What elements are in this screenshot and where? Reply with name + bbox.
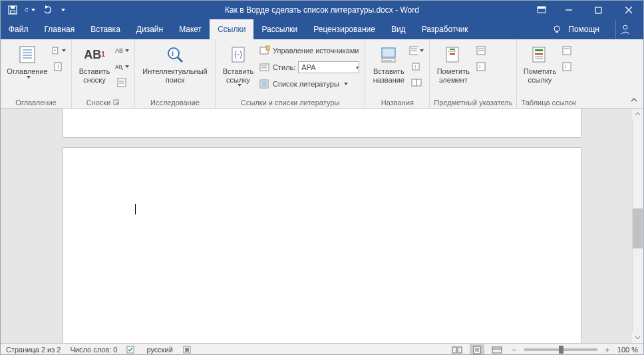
zoom-slider-thumb[interactable]	[559, 346, 564, 354]
bibliography-label: Список литературы	[273, 80, 339, 88]
cross-reference-icon[interactable]	[409, 75, 424, 90]
collapse-ribbon-icon[interactable]	[630, 96, 639, 105]
quick-access-toolbar	[1, 5, 65, 15]
svg-text:!: !	[414, 64, 416, 70]
svg-rect-35	[260, 64, 269, 71]
scroll-thumb[interactable]	[633, 208, 643, 248]
tab-view[interactable]: Вид	[383, 19, 414, 39]
vertical-scrollbar[interactable]	[632, 109, 643, 343]
tell-me-label[interactable]: Помощн	[568, 25, 599, 34]
ribbon: Оглавление + ! Оглавление AB1 Вставить с…	[1, 39, 643, 109]
account-icon[interactable]	[615, 20, 634, 39]
tab-mailings[interactable]: Рассылки	[253, 19, 305, 39]
svg-rect-12	[20, 47, 35, 63]
tab-review[interactable]: Рецензирование	[305, 19, 383, 39]
insert-endnote-icon[interactable]: AB1	[114, 43, 129, 58]
mark-entry-label: Пометить элемент	[437, 67, 470, 84]
redo-icon[interactable]	[42, 5, 53, 15]
language-indicator[interactable]: русский	[146, 346, 172, 354]
svg-rect-79	[492, 347, 502, 353]
bulb-icon	[552, 25, 562, 34]
caption-icon	[379, 43, 399, 66]
scroll-up-icon[interactable]	[632, 109, 643, 120]
macro-icon[interactable]	[182, 345, 192, 354]
footnote-icon: AB1	[84, 43, 105, 66]
manage-sources-label: Управление источниками	[273, 47, 359, 55]
page-2[interactable]	[63, 147, 581, 343]
minimize-icon[interactable]	[554, 1, 583, 19]
tab-home[interactable]: Главная	[37, 19, 83, 39]
group-toc: Оглавление + ! Оглавление	[1, 39, 72, 108]
style-value: APA	[301, 63, 315, 71]
undo-icon[interactable]	[25, 5, 35, 15]
web-layout-icon[interactable]	[490, 344, 504, 356]
tab-references[interactable]: Ссылки	[210, 19, 253, 39]
add-text-icon[interactable]: +	[51, 43, 66, 58]
svg-text:(-): (-)	[234, 49, 242, 59]
status-bar: Страница 2 из 2 Число слов: 0 русский − …	[1, 343, 643, 355]
tab-layout[interactable]: Макет	[171, 19, 210, 39]
read-mode-icon[interactable]	[450, 344, 464, 356]
window-title: Как в Ворде сделать список литературы.do…	[225, 5, 419, 15]
insert-footnote-button[interactable]: AB1 Вставить сноску	[76, 42, 113, 85]
ribbon-options-icon[interactable]	[530, 1, 554, 19]
qat-customize-icon[interactable]	[59, 5, 65, 15]
mark-entry-button[interactable]: Пометить элемент	[434, 42, 472, 85]
group-footnotes: AB1 Вставить сноску AB1 AB Сноски	[72, 39, 135, 108]
insert-caption-button[interactable]: Вставить название	[369, 42, 408, 85]
update-index-icon[interactable]: !	[474, 59, 488, 74]
svg-rect-55	[450, 53, 455, 55]
footnotes-launcher-icon[interactable]	[113, 99, 120, 106]
scroll-down-icon[interactable]	[632, 332, 643, 343]
tab-developer[interactable]: Разработчик	[414, 19, 476, 39]
spellcheck-icon[interactable]	[126, 345, 137, 354]
zoom-level[interactable]: 100 %	[617, 346, 638, 354]
page-1-tail[interactable]	[63, 109, 581, 138]
window-controls	[530, 1, 643, 19]
tab-file[interactable]: Файл	[1, 19, 37, 39]
maximize-icon[interactable]	[583, 1, 613, 19]
group-research: i Интеллектуальный поиск Исследование	[135, 39, 216, 108]
bibliography-icon	[259, 79, 270, 89]
insert-footnote-label: Вставить сноску	[79, 67, 110, 84]
zoom-slider[interactable]	[524, 348, 597, 351]
mark-citation-icon	[530, 43, 550, 66]
toc-button[interactable]: Оглавление	[5, 42, 50, 80]
update-toa-icon[interactable]: !	[560, 59, 574, 74]
insert-toa-icon[interactable]	[560, 43, 574, 58]
svg-rect-50	[412, 79, 416, 86]
insert-citation-button[interactable]: (-) Вставить ссылку	[220, 42, 257, 88]
toc-label: Оглавление	[7, 67, 47, 76]
svg-line-29	[178, 57, 182, 62]
style-label: Стиль:	[273, 63, 295, 71]
insert-index-icon[interactable]	[474, 43, 488, 58]
close-icon[interactable]	[613, 1, 643, 19]
update-toc-icon[interactable]: !	[51, 59, 66, 74]
tab-design[interactable]: Дизайн	[128, 19, 171, 39]
pages	[63, 109, 581, 343]
update-tof-icon[interactable]: !	[409, 59, 424, 74]
svg-rect-54	[450, 49, 455, 50]
svg-text:!: !	[57, 63, 59, 70]
group-toa: Пометить ссылку ! Таблица ссылок	[517, 39, 580, 108]
zoom-out-button[interactable]: −	[510, 345, 519, 355]
group-index-label: Предметный указатель	[434, 97, 512, 107]
show-notes-icon[interactable]	[114, 75, 129, 90]
manage-sources-button[interactable]: Управление источниками	[259, 43, 359, 58]
insert-table-of-figures-icon[interactable]	[409, 43, 424, 58]
bibliography-button[interactable]: Список литературы	[259, 77, 359, 91]
page-indicator[interactable]: Страница 2 из 2	[6, 346, 61, 354]
word-count[interactable]: Число слов: 0	[70, 346, 117, 354]
tab-insert[interactable]: Вставка	[82, 19, 128, 39]
manage-sources-icon	[259, 45, 270, 56]
svg-text:!: !	[565, 64, 566, 70]
style-select[interactable]: APA ▾	[298, 61, 359, 73]
mark-citation-button[interactable]: Пометить ссылку	[521, 42, 558, 85]
zoom-in-button[interactable]: +	[603, 345, 612, 355]
save-icon[interactable]	[7, 5, 18, 15]
smart-lookup-button[interactable]: i Интеллектуальный поиск	[139, 42, 211, 85]
print-layout-icon[interactable]	[470, 344, 484, 356]
svg-rect-4	[538, 7, 546, 9]
group-citations-label: Ссылки и списки литературы	[220, 97, 361, 107]
next-footnote-icon[interactable]: AB	[114, 59, 129, 74]
